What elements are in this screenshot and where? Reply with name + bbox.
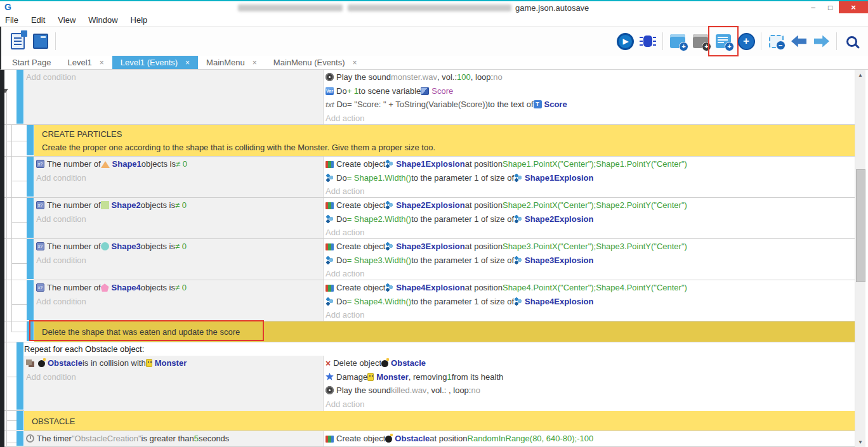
event-line: Add action	[326, 267, 855, 281]
event-line: Add condition	[36, 212, 323, 226]
text-segment: objects is	[141, 242, 175, 251]
add-comment-button[interactable]: +	[690, 30, 711, 52]
tab-level1-events-[interactable]: Level1 (Events)×	[112, 56, 198, 69]
event-selection-bar	[27, 125, 34, 155]
scroll-down-icon[interactable]: ▼	[855, 437, 865, 447]
actions-cell: Create object Shape1Explosion at positio…	[324, 157, 855, 197]
search-button[interactable]	[841, 30, 862, 52]
add-action-button[interactable]: Add action	[326, 186, 364, 196]
event-row[interactable]: x?The number of Shape2 objects is ≠ 0Add…	[0, 198, 855, 239]
tree-line	[6, 420, 16, 421]
comment-row[interactable]: CREATE PARTICLESCreate the proper one ac…	[0, 125, 855, 157]
play-button[interactable]: ▶	[614, 30, 636, 52]
add-condition-button[interactable]: Add condition	[36, 173, 86, 183]
comment-block[interactable]: CREATE PARTICLESCreate the proper one ac…	[34, 125, 855, 156]
menu-item-edit[interactable]: Edit	[31, 15, 45, 25]
text-segment: objects is	[141, 159, 176, 169]
add-condition-button[interactable]: Add condition	[26, 372, 76, 382]
add-condition-button[interactable]: Add condition	[26, 72, 76, 82]
redo-icon	[814, 36, 829, 48]
title-blurred-segment	[238, 4, 343, 11]
event-line: VarDo + 1 to scene variable Score	[326, 84, 855, 98]
text-segment: Shape3Explosion	[396, 242, 464, 251]
event-line: Damage Monster, removing 1 from its heal…	[326, 370, 855, 384]
add-action-button[interactable]: Add action	[326, 399, 364, 409]
text-segment: Obstacle	[395, 434, 430, 443]
remove-event-button[interactable]: –	[765, 30, 787, 52]
text-segment: Shape3Explosion	[525, 256, 593, 265]
event-row[interactable]: Add conditionPlay the sound monster.wav,…	[0, 70, 855, 125]
tab-close-icon[interactable]: ×	[353, 58, 357, 67]
menu-item-help[interactable]: Help	[131, 15, 148, 25]
text-segment: Do	[336, 256, 347, 265]
debug-button[interactable]	[637, 30, 659, 52]
text-segment: to the parameter 1 of size of	[411, 297, 514, 306]
text-segment: to the text of	[488, 100, 534, 109]
add-action-button[interactable]: Add action	[326, 269, 364, 278]
comment-title: CREATE PARTICLES	[42, 127, 855, 141]
add-action-button[interactable]: Add action	[326, 113, 364, 123]
comment-row[interactable]: OBSTACLE	[0, 411, 855, 431]
add-circle-icon: +	[738, 33, 755, 50]
comment-block[interactable]: OBSTACLE	[24, 411, 855, 431]
event-line: Create object Obstacle at position Rando…	[326, 432, 855, 446]
undo-button[interactable]	[788, 30, 810, 52]
text-segment: ≠ 0	[175, 200, 187, 210]
tab-close-icon[interactable]: ×	[185, 58, 190, 67]
scrollbar-thumb[interactable]	[856, 169, 865, 282]
object-count-icon: x?	[36, 283, 44, 292]
add-event-button[interactable]: +	[667, 30, 688, 52]
add-subevent-icon: +	[716, 34, 731, 48]
play-glyph: ▶	[622, 37, 628, 46]
add-subevent-button[interactable]: +	[713, 30, 734, 52]
tab-level1[interactable]: Level1×	[59, 56, 112, 69]
particles-icon	[514, 215, 522, 223]
event-selection-bar	[16, 411, 23, 430]
restore-button[interactable]: □	[822, 1, 839, 13]
scene-editor-button[interactable]	[30, 30, 51, 52]
tree-line	[11, 332, 27, 332]
vertical-scrollbar[interactable]: ▲ ▼	[855, 70, 865, 447]
menu-item-file[interactable]: File	[5, 15, 18, 25]
project-manager-button[interactable]	[7, 30, 29, 52]
text-segment: to the parameter 1 of size of	[411, 214, 514, 224]
close-button[interactable]: ×	[839, 1, 868, 13]
tab-start-page[interactable]: Start Page	[4, 56, 59, 69]
particles-icon	[385, 283, 393, 292]
add-condition-button[interactable]: Add condition	[36, 214, 86, 224]
variable-icon: Var	[326, 87, 334, 95]
add-action-button[interactable]: Add action	[326, 228, 364, 237]
event-line: x?The number of Shape2 objects is ≠ 0	[36, 198, 323, 212]
text-segment: Play the sound	[336, 72, 391, 82]
event-row[interactable]: x?The number of Shape3 objects is ≠ 0Add…	[0, 239, 855, 280]
event-row[interactable]: x?The number of Shape4 objects is ≠ 0Add…	[0, 280, 855, 321]
menu-item-view[interactable]: View	[58, 15, 76, 25]
menu-item-window[interactable]: Window	[88, 15, 117, 25]
scroll-up-icon[interactable]: ▲	[855, 70, 865, 80]
object-count-icon: x?	[36, 242, 44, 250]
redo-button[interactable]	[811, 30, 832, 52]
text-segment: Shape4Explosion	[396, 283, 464, 292]
title-bar: G game.json.autosave – □ ×	[0, 1, 868, 14]
tab-label: Level1	[67, 58, 91, 67]
event-row[interactable]: The timer "ObstacleCreation" is greater …	[0, 431, 855, 447]
event-selection-bar	[27, 198, 34, 238]
tab-label: Start Page	[12, 58, 51, 67]
event-line: x?The number of Shape4 objects is ≠ 0	[36, 281, 323, 295]
loop-event-row[interactable]: Repeat for each Obstacle object:Obstacle…	[0, 342, 855, 411]
tab-close-icon[interactable]: ×	[253, 58, 257, 67]
event-row[interactable]: x?The number of Shape1 objects is ≠ 0Add…	[0, 157, 855, 198]
add-action-button[interactable]: Add action	[326, 310, 364, 320]
text-segment: Shape3.PointX("Center");Shape3.PointY("C…	[503, 242, 687, 251]
text-segment: The number of	[47, 159, 101, 169]
tab-mainmenu-events-[interactable]: MainMenu (Events)×	[265, 56, 365, 69]
tab-mainmenu[interactable]: MainMenu×	[198, 56, 265, 69]
window-title: game.json.autosave	[515, 3, 589, 13]
remove-event-icon: –	[769, 35, 784, 48]
add-condition-button[interactable]: Add condition	[36, 297, 86, 306]
add-instruction-button[interactable]: +	[735, 30, 757, 52]
add-condition-button[interactable]: Add condition	[36, 256, 86, 265]
event-line: Add action	[326, 226, 855, 240]
tab-close-icon[interactable]: ×	[100, 58, 104, 67]
minimize-button[interactable]: –	[805, 1, 822, 13]
